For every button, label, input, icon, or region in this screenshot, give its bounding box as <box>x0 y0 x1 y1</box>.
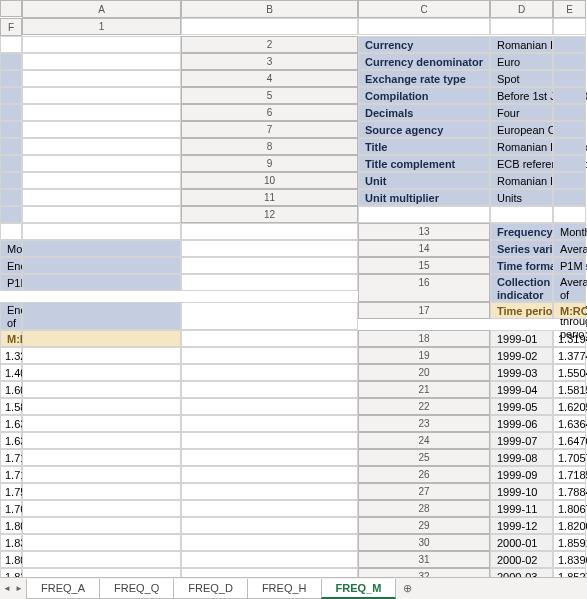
data-value[interactable]: 1.859190476 <box>553 534 586 551</box>
row-header[interactable]: 7 <box>181 121 358 138</box>
meta-value[interactable]: ECB reference exchange rate, Romanian le… <box>490 155 553 172</box>
time-period[interactable]: 1999-02 <box>490 347 553 364</box>
cell[interactable] <box>553 18 586 35</box>
meta-label[interactable]: Unit multiplier <box>358 189 490 206</box>
data-value[interactable]: 1.319435 <box>553 330 586 347</box>
tab-scroll-arrows[interactable]: ◄ ► <box>0 577 26 599</box>
meta-value[interactable]: Euro <box>490 53 553 70</box>
row-header[interactable]: 23 <box>358 415 490 432</box>
cell[interactable] <box>553 138 586 155</box>
data-value[interactable]: 1.6059 <box>0 381 22 398</box>
meta-value[interactable]: Average of observations through period <box>553 274 586 302</box>
row-header[interactable]: 22 <box>358 398 490 415</box>
meta-value[interactable]: End of period <box>0 302 22 330</box>
data-value[interactable]: 1.8038 <box>0 517 22 534</box>
row-header[interactable]: 17 <box>358 302 490 319</box>
data-value[interactable]: 1.620538095 <box>553 398 586 415</box>
cell[interactable] <box>553 121 586 138</box>
cell[interactable] <box>22 172 181 189</box>
meta-label[interactable]: Title complement <box>358 155 490 172</box>
cell[interactable] <box>553 87 586 104</box>
row-header[interactable]: 3 <box>181 53 358 70</box>
cell[interactable] <box>22 302 181 330</box>
cell[interactable] <box>22 415 181 432</box>
meta-value[interactable]: P1M <box>0 274 22 291</box>
meta-label[interactable]: Collection indicator <box>490 274 553 302</box>
data-value[interactable]: 1.37744 <box>553 347 586 364</box>
time-period[interactable]: 1999-10 <box>490 483 553 500</box>
data-value[interactable]: 1.550408696 <box>553 364 586 381</box>
data-value[interactable]: 1.328 <box>0 347 22 364</box>
cell[interactable] <box>22 398 181 415</box>
cell[interactable] <box>0 36 22 53</box>
meta-value[interactable]: Monthly <box>0 240 22 257</box>
cell[interactable] <box>22 70 181 87</box>
column-header-d[interactable]: D <box>490 0 553 18</box>
meta-label[interactable]: Time format code <box>490 257 553 274</box>
row-header[interactable]: 24 <box>358 432 490 449</box>
time-period[interactable]: 1999-08 <box>490 449 553 466</box>
data-value[interactable]: 1.6388 <box>0 432 22 449</box>
cell[interactable] <box>553 53 586 70</box>
cell[interactable] <box>22 274 181 291</box>
cell[interactable] <box>181 18 358 35</box>
cell[interactable] <box>181 381 358 398</box>
cell[interactable] <box>22 53 181 70</box>
data-value[interactable]: 1.756 <box>0 483 22 500</box>
row-header[interactable]: 21 <box>358 381 490 398</box>
cell[interactable] <box>358 18 490 35</box>
data-value[interactable]: 1.6327 <box>0 415 22 432</box>
data-value[interactable]: 1.636409091 <box>553 415 586 432</box>
cell[interactable] <box>0 172 22 189</box>
row-header[interactable]: 29 <box>358 517 490 534</box>
cell[interactable] <box>553 172 586 189</box>
sheet-tab-freq_d[interactable]: FREQ_D <box>173 579 248 599</box>
cell[interactable] <box>181 302 358 330</box>
cell[interactable] <box>22 36 181 53</box>
cell[interactable] <box>22 500 181 517</box>
cell[interactable] <box>0 53 22 70</box>
cell[interactable] <box>181 274 358 291</box>
meta-label[interactable]: Currency <box>358 36 490 53</box>
cell[interactable] <box>22 240 181 257</box>
cell[interactable] <box>22 206 181 223</box>
data-value[interactable]: 1.820054545 <box>553 517 586 534</box>
row-header[interactable]: 20 <box>358 364 490 381</box>
meta-value[interactable]: Four <box>490 104 553 121</box>
cell[interactable] <box>22 223 181 240</box>
row-header[interactable]: 18 <box>358 330 490 347</box>
cell[interactable] <box>22 432 181 449</box>
cell[interactable] <box>22 534 181 551</box>
cell[interactable] <box>181 330 358 347</box>
meta-value[interactable]: P1M <box>553 257 586 274</box>
cell[interactable] <box>22 449 181 466</box>
meta-label[interactable]: Compilation <box>358 87 490 104</box>
cell[interactable] <box>181 449 358 466</box>
cell[interactable] <box>181 551 358 568</box>
meta-value[interactable]: Units <box>490 189 553 206</box>
row-header[interactable]: 26 <box>358 466 490 483</box>
sheet-tab-freq_h[interactable]: FREQ_H <box>247 579 322 599</box>
cell[interactable] <box>22 466 181 483</box>
time-period[interactable]: 1999-09 <box>490 466 553 483</box>
cell[interactable] <box>22 87 181 104</box>
row-header[interactable]: 25 <box>358 449 490 466</box>
cell[interactable] <box>553 36 586 53</box>
cell[interactable] <box>0 155 22 172</box>
row-header[interactable]: 8 <box>181 138 358 155</box>
cell[interactable] <box>22 551 181 568</box>
meta-value[interactable]: Before 1st July 2005 old Romanian leu (R… <box>490 87 553 104</box>
data-value[interactable]: 1.806713636 <box>553 500 586 517</box>
meta-label[interactable]: Source agency <box>358 121 490 138</box>
row-header[interactable]: 28 <box>358 500 490 517</box>
data-value[interactable]: 1.647036364 <box>553 432 586 449</box>
data-value[interactable]: 1.7138 <box>0 466 22 483</box>
sheet-tab-freq_m[interactable]: FREQ_M <box>321 579 397 599</box>
cell[interactable] <box>22 121 181 138</box>
meta-value[interactable]: Monthly <box>553 223 586 240</box>
data-value[interactable]: 1.4075 <box>0 364 22 381</box>
row-header[interactable]: 10 <box>181 172 358 189</box>
column-header-e[interactable]: E <box>553 0 586 18</box>
cell[interactable] <box>181 483 358 500</box>
cell[interactable] <box>22 517 181 534</box>
